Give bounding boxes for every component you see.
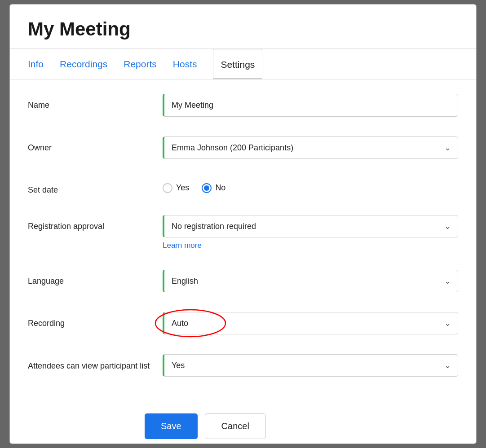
form-row-set-date: Set date Yes No — [28, 169, 458, 205]
radio-no-circle — [202, 183, 212, 193]
registration-select-wrapper: No registration required ⌄ — [163, 215, 458, 237]
control-registration: No registration required ⌄ Learn more — [163, 215, 458, 250]
label-attendees-view: Attendees can view participant list — [28, 354, 163, 372]
radio-yes-circle — [163, 183, 172, 193]
radio-no-label: No — [215, 183, 225, 193]
attendees-view-select[interactable]: Yes — [163, 354, 458, 377]
form-row-owner: Owner Emma Johnson (200 Participants) ⌄ — [28, 127, 458, 169]
owner-select[interactable]: Emma Johnson (200 Participants) — [163, 136, 458, 159]
set-date-radio-group: Yes No — [163, 179, 458, 193]
label-recording: Recording — [28, 312, 163, 329]
label-owner: Owner — [28, 136, 163, 153]
tab-hosts[interactable]: Hosts — [173, 49, 210, 79]
label-language: Language — [28, 270, 163, 286]
dialog: My Meeting Info Recordings Reports Hosts… — [9, 4, 477, 444]
page-title: My Meeting — [28, 19, 458, 40]
owner-select-wrapper: Emma Johnson (200 Participants) ⌄ — [163, 136, 458, 159]
language-select[interactable]: English — [163, 270, 458, 292]
name-input[interactable] — [163, 94, 458, 117]
tabs-nav: Info Recordings Reports Hosts Settings — [10, 49, 476, 79]
form-buttons: Save Cancel — [10, 400, 476, 444]
form-row-recording: Recording Auto ⌄ — [28, 302, 458, 344]
tab-recordings[interactable]: Recordings — [60, 49, 120, 79]
label-name: Name — [28, 94, 163, 110]
form-row-registration: Registration approval No registration re… — [28, 205, 458, 260]
radio-yes[interactable]: Yes — [163, 183, 189, 193]
form-row-name: Name — [28, 84, 458, 127]
label-registration: Registration approval — [28, 215, 163, 232]
dialog-header: My Meeting — [10, 4, 476, 49]
form-row-attendees-view: Attendees can view participant list Yes … — [28, 344, 458, 387]
tab-settings[interactable]: Settings — [213, 49, 262, 79]
control-attendees-view: Yes ⌄ — [163, 354, 458, 377]
control-name — [163, 94, 458, 117]
control-owner: Emma Johnson (200 Participants) ⌄ — [163, 136, 458, 159]
control-set-date: Yes No — [163, 179, 458, 193]
registration-select[interactable]: No registration required — [163, 215, 458, 237]
tab-info[interactable]: Info — [28, 49, 56, 79]
radio-no[interactable]: No — [202, 183, 225, 193]
recording-select-wrapper: Auto ⌄ — [163, 312, 458, 334]
learn-more-link[interactable]: Learn more — [163, 241, 202, 250]
label-set-date: Set date — [28, 179, 163, 195]
recording-select[interactable]: Auto — [163, 312, 458, 334]
cancel-button[interactable]: Cancel — [205, 413, 266, 439]
save-button[interactable]: Save — [145, 413, 198, 439]
attendees-view-select-wrapper: Yes ⌄ — [163, 354, 458, 377]
control-recording: Auto ⌄ — [163, 312, 458, 334]
control-language: English ⌄ — [163, 270, 458, 292]
radio-yes-label: Yes — [176, 183, 189, 193]
form-row-language: Language English ⌄ — [28, 260, 458, 302]
settings-form: Name Owner Emma Johnson (200 Participant… — [10, 79, 476, 400]
language-select-wrapper: English ⌄ — [163, 270, 458, 292]
tab-reports[interactable]: Reports — [124, 49, 169, 79]
